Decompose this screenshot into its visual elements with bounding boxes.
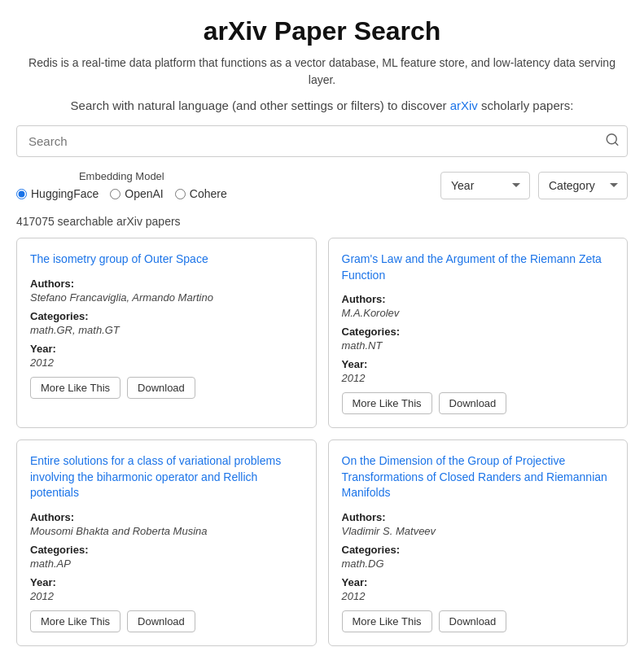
card-3: Entire solutions for a class of variatio… (16, 439, 317, 646)
download-button-4[interactable]: Download (439, 610, 507, 632)
card-actions-2: More Like This Download (342, 392, 615, 414)
description-prefix: Search with natural language (and other … (71, 98, 450, 112)
card-actions-1: More Like This Download (30, 377, 303, 399)
search-button[interactable] (605, 132, 620, 151)
description-suffix: scholarly papers: (478, 98, 574, 112)
year-value-1: 2012 (30, 356, 303, 369)
year-dropdown[interactable]: Year 2012 2013 2014 2015 2016 2017 2018 … (440, 172, 530, 199)
card-2: Gram's Law and the Argument of the Riema… (328, 238, 629, 428)
categories-label-1: Categories: (30, 310, 303, 322)
authors-label-3: Authors: (30, 511, 303, 523)
year-label-3: Year: (30, 576, 303, 588)
authors-value-2: M.A.Korolev (342, 307, 615, 319)
categories-label-4: Categories: (342, 544, 615, 556)
embedding-model-group: Embedding Model HuggingFace OpenAI Coher… (16, 170, 227, 200)
description-text: Search with natural language (and other … (16, 98, 628, 112)
year-label-2: Year: (342, 358, 615, 370)
year-value-3: 2012 (30, 590, 303, 602)
radio-huggingface-label: HuggingFace (31, 187, 99, 200)
card-actions-4: More Like This Download (342, 610, 615, 632)
authors-value-3: Mousomi Bhakta and Roberta Musina (30, 525, 303, 537)
cards-grid: The isometry group of Outer Space Author… (16, 238, 628, 646)
card-1: The isometry group of Outer Space Author… (16, 238, 317, 428)
categories-label-3: Categories: (30, 544, 303, 556)
page-header: arXiv Paper Search Redis is a real-time … (16, 16, 628, 112)
arxiv-link[interactable]: arXiv (450, 98, 478, 112)
year-value-2: 2012 (342, 372, 615, 384)
embedding-model-label: Embedding Model (16, 170, 227, 182)
card-title-4[interactable]: On the Dimension of the Group of Project… (342, 453, 615, 501)
categories-value-4: math.DG (342, 558, 615, 570)
subtitle-text: Redis is a real-time data platform that … (16, 55, 628, 89)
radio-openai[interactable]: OpenAI (110, 187, 163, 200)
authors-value-1: Stefano Francaviglia, Armando Martino (30, 291, 303, 304)
card-4: On the Dimension of the Group of Project… (328, 439, 629, 646)
controls-row: Embedding Model HuggingFace OpenAI Coher… (16, 170, 628, 200)
radio-openai-label: OpenAI (125, 187, 163, 200)
card-actions-3: More Like This Download (30, 610, 303, 632)
authors-label-4: Authors: (342, 511, 615, 523)
card-title-2[interactable]: Gram's Law and the Argument of the Riema… (342, 251, 615, 283)
more-like-this-button-3[interactable]: More Like This (30, 610, 120, 632)
search-bar-container (16, 125, 628, 157)
radio-cohere-label: Cohere (190, 187, 227, 200)
more-like-this-button-4[interactable]: More Like This (342, 610, 432, 632)
category-dropdown[interactable]: Category math.GR math.GT math.NT math.AP… (538, 172, 628, 199)
radio-cohere[interactable]: Cohere (175, 187, 227, 200)
results-count: 417075 searchable arXiv papers (16, 215, 628, 228)
card-title-3[interactable]: Entire solutions for a class of variatio… (30, 453, 303, 501)
search-input[interactable] (16, 125, 628, 157)
svg-line-1 (615, 142, 617, 144)
authors-label-1: Authors: (30, 278, 303, 290)
categories-value-3: math.AP (30, 558, 303, 570)
radio-group: HuggingFace OpenAI Cohere (16, 187, 227, 200)
year-label-1: Year: (30, 343, 303, 355)
categories-value-2: math.NT (342, 339, 615, 352)
search-icon (605, 132, 620, 146)
page-title: arXiv Paper Search (16, 16, 628, 46)
authors-value-4: Vladimir S. Matveev (342, 525, 615, 537)
radio-huggingface[interactable]: HuggingFace (16, 187, 99, 200)
download-button-1[interactable]: Download (127, 377, 195, 399)
card-title-1[interactable]: The isometry group of Outer Space (30, 251, 303, 268)
more-like-this-button-2[interactable]: More Like This (342, 392, 432, 414)
year-label-4: Year: (342, 576, 615, 588)
categories-value-1: math.GR, math.GT (30, 324, 303, 336)
categories-label-2: Categories: (342, 326, 615, 338)
dropdown-group: Year 2012 2013 2014 2015 2016 2017 2018 … (440, 172, 628, 199)
download-button-3[interactable]: Download (127, 610, 195, 632)
more-like-this-button-1[interactable]: More Like This (30, 377, 120, 399)
download-button-2[interactable]: Download (439, 392, 507, 414)
authors-label-2: Authors: (342, 293, 615, 305)
year-value-4: 2012 (342, 590, 615, 602)
